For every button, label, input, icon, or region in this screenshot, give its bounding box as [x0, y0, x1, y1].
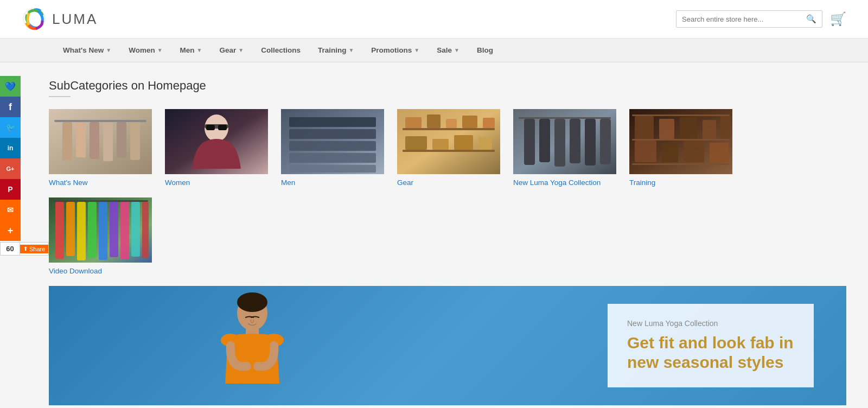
svg-rect-48 — [703, 120, 716, 139]
nav-item-men[interactable]: Men ▼ — [171, 39, 211, 62]
share-count-area: 60 ⬆ Share — [0, 242, 49, 256]
category-grid: What's New — [49, 109, 846, 187]
svg-rect-57 — [66, 202, 75, 256]
svg-rect-34 — [519, 117, 611, 119]
svg-rect-26 — [446, 119, 457, 128]
category-item-video[interactable]: Video Download — [49, 197, 152, 275]
category-item-men[interactable]: Men — [281, 109, 384, 187]
googleplus-icon: G+ — [7, 165, 15, 172]
svg-rect-38 — [570, 119, 580, 163]
category-thumb-men — [281, 109, 384, 174]
twitter-button[interactable]: 🐦 — [0, 117, 21, 138]
nav-item-collections[interactable]: Collections — [252, 39, 309, 62]
chevron-down-icon: ▼ — [414, 47, 419, 53]
nav-item-women[interactable]: Women ▼ — [120, 39, 171, 62]
nav-label-sale: Sale — [437, 46, 452, 54]
category-label-video[interactable]: Video Download — [49, 267, 102, 275]
svg-rect-23 — [403, 150, 495, 152]
category-label-training[interactable]: Training — [629, 178, 655, 187]
nav-item-blog[interactable]: Blog — [468, 39, 502, 62]
svg-rect-42 — [632, 114, 730, 116]
category-label-whats-new[interactable]: What's New — [49, 178, 88, 187]
svg-rect-20 — [289, 165, 376, 173]
svg-rect-59 — [88, 202, 97, 258]
more-button[interactable]: + — [0, 220, 21, 241]
whatsapp-button[interactable]: 💙 — [0, 76, 21, 97]
chevron-down-icon: ▼ — [157, 47, 163, 53]
category-grid-row2: Video Download — [49, 197, 846, 275]
main-content: SubCategories on Homepage — [27, 62, 868, 408]
search-icon: 🔍 — [806, 14, 816, 23]
hero-title-plain: Get fit and — [627, 334, 712, 352]
nav-item-whats-new[interactable]: What's New ▼ — [54, 39, 120, 62]
category-item-yoga[interactable]: New Luma Yoga Collection — [513, 109, 616, 187]
more-icon: + — [8, 225, 14, 237]
svg-rect-2 — [54, 120, 146, 122]
category-item-training[interactable]: Training — [629, 109, 732, 187]
social-sidebar: 💙 f 🐦 in G+ P ✉ + 60 ⬆ Share — [0, 76, 49, 256]
hero-text-box: New Luma Yoga Collection Get fit and loo… — [608, 304, 814, 387]
svg-rect-43 — [632, 139, 730, 141]
svg-rect-13 — [218, 125, 227, 130]
svg-rect-37 — [554, 119, 565, 167]
category-label-men[interactable]: Men — [281, 178, 295, 187]
svg-rect-29 — [405, 136, 427, 150]
linkedin-button[interactable]: in — [0, 138, 21, 158]
svg-rect-7 — [117, 122, 126, 158]
hero-title: Get fit and look fab in new seasonal sty… — [627, 333, 794, 372]
chevron-down-icon: ▼ — [454, 47, 459, 53]
svg-rect-16 — [289, 117, 376, 127]
category-item-whats-new[interactable]: What's New — [49, 109, 152, 187]
cart-button[interactable]: 🛒 — [830, 11, 846, 27]
search-box: 🔍 — [676, 10, 822, 28]
email-button[interactable]: ✉ — [0, 200, 21, 220]
nav-item-gear[interactable]: Gear ▼ — [210, 39, 252, 62]
share-label-button[interactable]: ⬆ Share — [20, 245, 48, 253]
svg-rect-18 — [289, 141, 376, 151]
svg-rect-60 — [99, 202, 107, 260]
svg-rect-45 — [635, 116, 654, 139]
logo-icon — [22, 7, 47, 31]
svg-point-66 — [237, 292, 267, 312]
nav-item-training[interactable]: Training ▼ — [309, 39, 362, 62]
search-button[interactable]: 🔍 — [806, 14, 816, 24]
svg-rect-40 — [600, 119, 611, 164]
svg-rect-44 — [632, 163, 730, 165]
hero-title-highlight: look fab — [712, 334, 775, 352]
logo-text: LUMA — [52, 11, 98, 28]
nav-label-blog: Blog — [477, 46, 493, 54]
nav-item-sale[interactable]: Sale ▼ — [428, 39, 468, 62]
svg-rect-31 — [454, 135, 473, 150]
share-icon: ⬆ — [23, 246, 28, 252]
logo-area: LUMA — [22, 7, 98, 31]
svg-rect-47 — [680, 117, 697, 139]
category-thumb-gear — [397, 109, 500, 174]
svg-rect-50 — [635, 141, 656, 162]
svg-rect-32 — [478, 137, 492, 150]
twitter-icon: 🐦 — [6, 123, 15, 132]
nav-label-training: Training — [318, 46, 347, 54]
category-label-yoga[interactable]: New Luma Yoga Collection — [513, 178, 601, 187]
header: LUMA 🔍 🛒 — [0, 0, 868, 39]
svg-rect-46 — [659, 119, 674, 139]
category-label-women[interactable]: Women — [165, 178, 190, 187]
nav-item-promotions[interactable]: Promotions ▼ — [362, 39, 428, 62]
category-thumb-video — [49, 197, 152, 263]
svg-rect-55 — [53, 200, 148, 202]
svg-rect-52 — [684, 141, 704, 162]
nav-label-men: Men — [180, 46, 195, 54]
facebook-button[interactable]: f — [0, 97, 21, 117]
hero-banner: New Luma Yoga Collection Get fit and loo… — [49, 286, 846, 405]
pinterest-button[interactable]: P — [0, 179, 21, 200]
category-item-gear[interactable]: Gear — [397, 109, 500, 187]
category-label-gear[interactable]: Gear — [397, 178, 413, 187]
section-divider — [49, 96, 71, 97]
googleplus-button[interactable]: G+ — [0, 158, 21, 179]
category-item-women[interactable]: Women — [165, 109, 268, 187]
svg-rect-35 — [524, 119, 535, 165]
search-input[interactable] — [682, 15, 806, 23]
svg-rect-49 — [720, 116, 730, 139]
chevron-down-icon: ▼ — [348, 47, 354, 53]
svg-rect-19 — [289, 153, 376, 163]
main-navigation: What's New ▼ Women ▼ Men ▼ Gear ▼ Collec… — [0, 39, 868, 62]
